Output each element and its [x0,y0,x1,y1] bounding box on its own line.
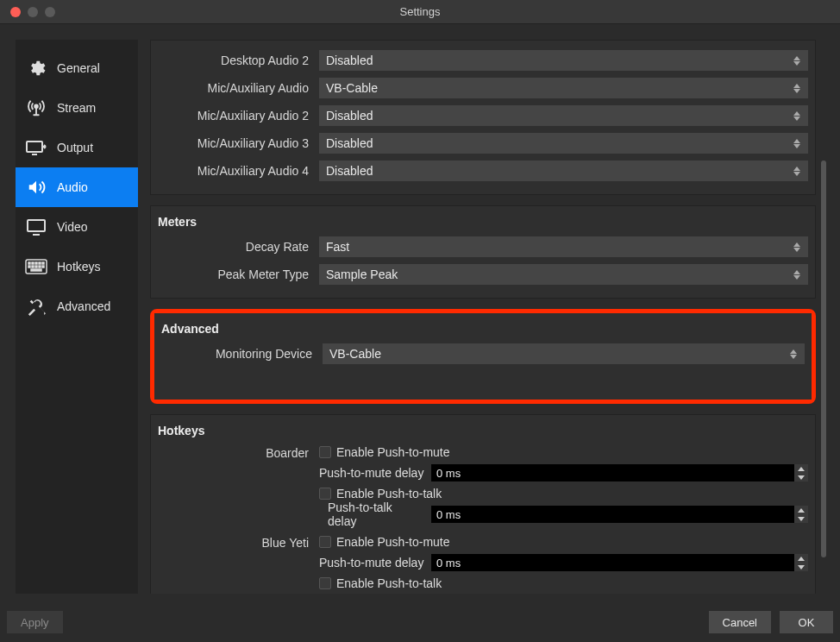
sidebar-item-video[interactable]: Video [16,207,138,247]
select-value: Disabled [326,54,373,67]
checkbox-label: Enable Push-to-talk [336,576,442,590]
traffic-lights [10,7,55,17]
svg-rect-6 [35,262,37,264]
push-to-talk-delay-input[interactable]: 0 ms [431,506,808,523]
apply-button[interactable]: Apply [7,611,63,633]
mic-aux-3-select[interactable]: Disabled [319,133,808,154]
chevron-updown-icon [791,160,803,181]
svg-rect-13 [42,266,44,268]
select-value: VB-Cable [326,81,378,95]
hotkey-group-options: Enable Push-to-mute Push-to-mute delay 0… [319,532,808,593]
close-window-button[interactable] [10,7,21,17]
sidebar-item-general[interactable]: General [16,48,138,88]
field-label: Mic/Auxiliary Audio [158,81,309,95]
select-value: Disabled [326,136,373,150]
svg-rect-7 [39,262,41,264]
stepper-down[interactable] [794,514,808,523]
chevron-updown-icon [791,105,803,126]
enable-push-to-mute-checkbox[interactable] [319,536,331,548]
select-value: Disabled [326,109,373,123]
ok-button[interactable]: OK [780,611,833,633]
dialog-footer: Apply Cancel OK [0,602,840,642]
push-to-mute-delay-input[interactable]: 0 ms [431,554,808,571]
sidebar-item-label: Video [57,220,88,234]
svg-rect-14 [31,269,41,271]
field-label: Peak Meter Type [158,268,309,281]
enable-push-to-talk-checkbox[interactable] [319,577,331,589]
sidebar-item-label: Audio [57,180,88,194]
svg-rect-2 [28,220,45,231]
hotkey-group-options: Enable Push-to-mute Push-to-mute delay 0… [319,443,808,524]
settings-scroll-area: Desktop Audio 2 Disabled Mic/Auxiliary A… [150,40,828,594]
monitoring-device-select[interactable]: VB-Cable [323,343,805,364]
sidebar-item-label: Output [57,141,93,154]
enable-push-to-talk-checkbox[interactable] [319,488,331,500]
field-label: Push-to-mute delay [319,556,424,570]
svg-rect-4 [28,262,30,264]
svg-rect-8 [42,262,44,264]
mic-aux-select[interactable]: VB-Cable [319,78,808,98]
field-label: Mic/Auxiliary Audio 2 [158,109,309,123]
sidebar-item-advanced[interactable]: Advanced [16,286,138,326]
advanced-highlight: Advanced Monitoring Device VB-Cable [150,309,816,404]
svg-rect-9 [28,266,30,268]
svg-rect-1 [27,142,42,152]
gear-icon [24,59,48,78]
sidebar-item-audio[interactable]: Audio [16,167,138,207]
field-label: Desktop Audio 2 [158,54,309,67]
checkbox-label: Enable Push-to-mute [336,445,450,459]
spinner-value: 0 ms [436,557,461,570]
stepper-down[interactable] [794,473,808,482]
spinner-value: 0 ms [436,508,461,521]
sidebar-item-label: Hotkeys [57,260,101,274]
chevron-updown-icon [791,78,803,98]
chevron-updown-icon [791,264,803,285]
checkbox-label: Enable Push-to-mute [336,535,450,549]
settings-window: Settings General Stream Output [0,0,840,642]
select-value: Disabled [326,164,373,178]
sidebar: General Stream Output Audio [16,40,138,594]
stepper-up[interactable] [794,464,808,473]
field-label: Mic/Auxiliary Audio 3 [158,136,309,150]
keyboard-icon [24,257,48,276]
output-icon [24,138,48,157]
chevron-updown-icon [791,236,803,257]
chevron-updown-icon [787,343,799,364]
svg-rect-11 [35,266,37,268]
peak-meter-type-select[interactable]: Sample Peak [319,264,808,285]
stepper-up[interactable] [794,506,808,514]
vertical-scrollbar[interactable] [821,160,826,557]
enable-push-to-mute-checkbox[interactable] [319,446,331,458]
push-to-mute-delay-input[interactable]: 0 ms [431,464,808,482]
sidebar-item-label: Stream [57,101,96,115]
monitor-icon [24,217,48,236]
minimize-window-button[interactable] [28,7,38,17]
sidebar-item-hotkeys[interactable]: Hotkeys [16,247,138,286]
mic-aux-2-select[interactable]: Disabled [319,105,808,126]
field-label: Push-to-talk delay [319,500,424,528]
field-label: Push-to-mute delay [319,466,424,480]
desktop-audio-2-select[interactable]: Disabled [319,50,808,71]
field-label: Mic/Auxiliary Audio 4 [158,164,309,178]
sidebar-item-stream[interactable]: Stream [16,88,138,128]
select-value: Sample Peak [326,268,398,281]
decay-rate-select[interactable]: Fast [319,236,808,257]
cancel-button[interactable]: Cancel [709,611,771,633]
sidebar-item-label: Advanced [57,299,110,313]
spinner-value: 0 ms [436,467,461,480]
svg-rect-12 [39,266,41,268]
sidebar-item-output[interactable]: Output [16,128,138,167]
speaker-icon [24,178,48,197]
meters-section: Meters Decay Rate Fast Peak Meter Type S… [150,205,816,299]
stepper-up[interactable] [794,554,808,563]
mic-aux-4-select[interactable]: Disabled [319,160,808,181]
sidebar-item-label: General [57,61,100,75]
hotkeys-section: Hotkeys Boarder Enable Push-to-mute Push… [150,414,816,594]
section-heading: Hotkeys [151,415,815,443]
titlebar: Settings [0,0,840,24]
hotkey-group-label: Boarder [158,443,309,460]
zoom-window-button[interactable] [45,7,55,17]
stepper-down[interactable] [794,563,808,571]
tools-icon [24,297,48,316]
devices-section: Desktop Audio 2 Disabled Mic/Auxiliary A… [150,40,816,195]
